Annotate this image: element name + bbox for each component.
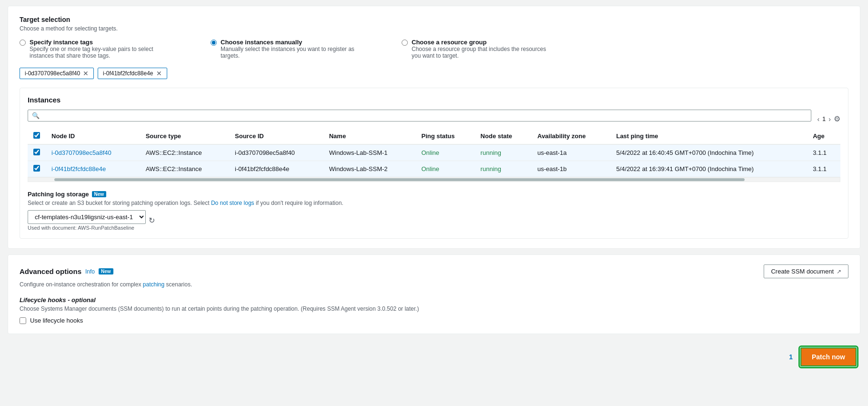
pagination-controls: ‹ 1 › ⚙ (817, 114, 840, 123)
instances-section: Instances 🔍 ‹ 1 › ⚙ (20, 88, 848, 239)
advanced-title-row: Advanced options Info New (20, 267, 113, 275)
row-2-last-ping: 5/4/2022 at 16:39:41 GMT+0700 (Indochina… (610, 161, 807, 177)
advanced-desc-prefix: Configure on-instance orchestration for … (20, 281, 141, 288)
col-availability-zone: Availability zone (532, 128, 610, 144)
row-1-node-id-link[interactable]: i-0d3707098ec5a8f40 (51, 149, 111, 156)
table-row: i-0d3707098ec5a8f40 AWS::EC2::Instance i… (28, 144, 840, 161)
radio-choose-resource-group-input[interactable] (402, 40, 408, 46)
col-node-id: Node ID (46, 128, 140, 144)
patch-now-button[interactable]: Patch now (800, 347, 857, 366)
patching-log-desc-prefix: Select or create an S3 bucket for storin… (28, 200, 210, 206)
row-1-node-id: i-0d3707098ec5a8f40 (46, 144, 140, 161)
search-row: 🔍 ‹ 1 › ⚙ (28, 110, 840, 128)
row-1-node-state: running (475, 144, 532, 161)
advanced-options-header: Advanced options Info New Create SSM doc… (20, 264, 848, 278)
col-ping-status: Ping status (415, 128, 474, 144)
lifecycle-checkbox-row: Use lifecycle hooks (20, 317, 848, 324)
row-2-node-state-value: running (481, 165, 501, 173)
scrollbar-thumb (54, 178, 745, 181)
patching-log-bucket-select[interactable]: cf-templates-n3u19ligsniz-us-east-1 (28, 210, 146, 224)
pagination-prev-button[interactable]: ‹ (817, 115, 819, 123)
settings-gear-button[interactable]: ⚙ (834, 114, 840, 123)
advanced-desc-link[interactable]: patching (143, 281, 164, 288)
patching-log-dropdown-container: cf-templates-n3u19ligsniz-us-east-1 Used… (28, 210, 840, 231)
row-2-agent: 3.1.1 (807, 161, 840, 177)
radio-specify-tags-input[interactable] (20, 40, 26, 46)
search-bar-container: 🔍 (28, 110, 811, 122)
patching-log-dropdown-sublabel: Used with document: AWS-RunPatchBaseline (28, 225, 146, 231)
row-2-source-id: i-0f41bf2fcfdc88e4e (229, 161, 323, 177)
row-1-source-type: AWS::EC2::Instance (140, 144, 229, 161)
col-source-type: Source type (140, 128, 229, 144)
table-row: i-0f41bf2fcfdc88e4e AWS::EC2::Instance i… (28, 161, 840, 177)
row-1-node-state-value: running (481, 149, 501, 156)
advanced-options-info-link[interactable]: Info (85, 268, 95, 275)
page-container: Target selection Choose a method for sel… (0, 6, 868, 374)
radio-choose-manually-input[interactable] (211, 40, 217, 46)
row-2-name: Windows-Lab-SSM-2 (323, 161, 416, 177)
lifecycle-hooks-title: Lifecycle hooks - optional (20, 296, 848, 304)
create-ssm-document-label: Create SSM document (771, 268, 834, 275)
pagination-next-button[interactable]: › (828, 115, 831, 123)
pagination-page: 1 (822, 115, 826, 122)
radio-specify-tags-desc: Specify one or more tag key-value pairs … (30, 46, 172, 59)
col-source-id: Source ID (229, 128, 323, 144)
create-ssm-document-button[interactable]: Create SSM document ↗ (764, 264, 848, 278)
table-header-checkbox-cell (28, 128, 46, 144)
tag-chips-container: i-0d3707098ec5a8f40 ✕ i-0f41bf2fcfdc88e4… (20, 68, 848, 79)
patching-log-title-text: Patching log storage (28, 191, 89, 198)
tag-chip-2-close[interactable]: ✕ (156, 70, 162, 77)
tag-chip-2: i-0f41bf2fcfdc88e4e ✕ (98, 68, 167, 79)
footer-row: 1 Patch now (0, 340, 868, 374)
patching-log-refresh-button[interactable]: ↻ (149, 216, 155, 225)
radio-choose-manually[interactable]: Choose instances manually Manually selec… (211, 39, 363, 59)
radio-specify-tags-label: Specify instance tags (30, 39, 172, 46)
radio-choose-manually-label: Choose instances manually (221, 39, 363, 46)
radio-choose-resource-group-desc: Choose a resource group that includes th… (412, 46, 555, 59)
patching-log-new-badge: New (92, 191, 107, 197)
row-2-source-type: AWS::EC2::Instance (140, 161, 229, 177)
radio-choose-resource-group[interactable]: Choose a resource group Choose a resourc… (402, 39, 555, 59)
target-selection-subtitle: Choose a method for selecting targets. (20, 25, 848, 32)
row-1-az: us-east-1a (532, 144, 610, 161)
horizontal-scrollbar[interactable] (28, 177, 840, 182)
patching-log-title: Patching log storage New (28, 191, 840, 198)
row-2-node-state: running (475, 161, 532, 177)
row-1-ping-status-value: Online (421, 149, 439, 156)
tag-chip-1: i-0d3707098ec5a8f40 ✕ (20, 68, 94, 79)
search-input[interactable] (42, 112, 807, 119)
patching-log-desc-link[interactable]: Do not store logs (211, 200, 254, 206)
advanced-options-desc: Configure on-instance orchestration for … (20, 281, 848, 288)
target-selection-radio-group: Specify instance tags Specify one or mor… (20, 39, 848, 59)
row-2-checkbox-cell (28, 161, 46, 177)
row-1-last-ping: 5/4/2022 at 16:40:45 GMT+0700 (Indochina… (610, 144, 807, 161)
target-selection-section: Target selection Choose a method for sel… (8, 6, 860, 249)
row-1-source-id: i-0d3707098ec5a8f40 (229, 144, 323, 161)
row-2-ping-status-value: Online (421, 165, 439, 173)
table-header-row: Node ID Source type Source ID Name Ping … (28, 128, 840, 144)
footer-step-number: 1 (789, 353, 793, 361)
row-2-az: us-east-1b (532, 161, 610, 177)
tag-chip-1-close[interactable]: ✕ (83, 70, 89, 77)
col-name: Name (323, 128, 416, 144)
external-link-icon: ↗ (837, 268, 841, 275)
advanced-options-title: Advanced options (20, 267, 81, 275)
row-2-checkbox[interactable] (33, 165, 40, 172)
search-icon: 🔍 (32, 112, 40, 119)
advanced-options-section: Advanced options Info New Create SSM doc… (8, 254, 860, 334)
row-1-checkbox[interactable] (33, 149, 40, 155)
advanced-desc-suffix: scenarios. (166, 281, 192, 288)
row-1-name: Windows-Lab-SSM-1 (323, 144, 416, 161)
row-1-checkbox-cell (28, 144, 46, 161)
row-1-agent: 3.1.1 (807, 144, 840, 161)
tag-chip-2-value: i-0f41bf2fcfdc88e4e (103, 70, 153, 77)
select-all-checkbox[interactable] (33, 132, 40, 139)
patching-log-desc-suffix: if you don't require log information. (256, 200, 343, 206)
tag-chip-1-value: i-0d3707098ec5a8f40 (25, 70, 80, 77)
lifecycle-hooks-checkbox[interactable] (20, 317, 26, 324)
instances-table: Node ID Source type Source ID Name Ping … (28, 128, 840, 177)
row-2-node-id-link[interactable]: i-0f41bf2fcfdc88e4e (51, 165, 106, 173)
advanced-options-new-badge: New (99, 268, 113, 274)
lifecycle-hooks-checkbox-label: Use lifecycle hooks (30, 317, 83, 324)
radio-specify-tags[interactable]: Specify instance tags Specify one or mor… (20, 39, 172, 59)
